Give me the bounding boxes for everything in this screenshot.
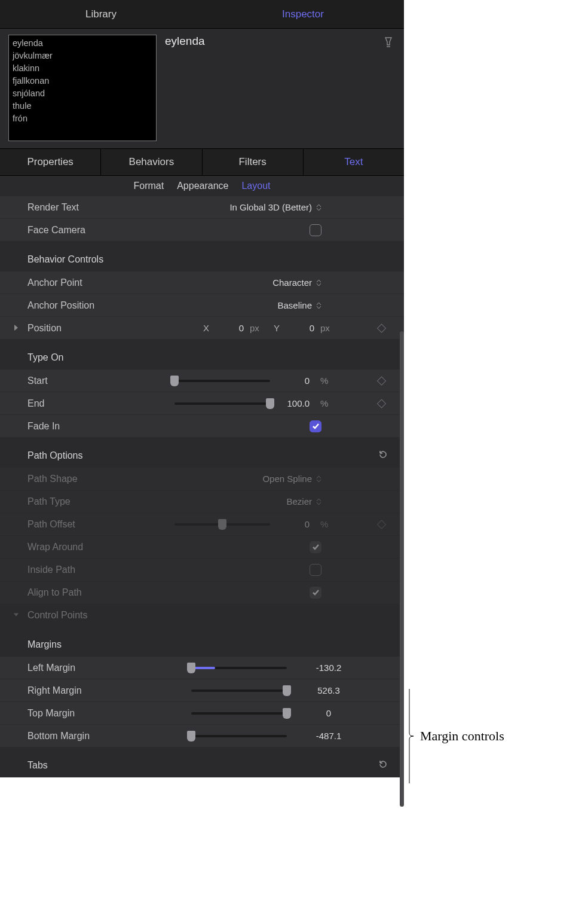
start-unit: %: [320, 376, 333, 386]
path-shape-label: Path Shape: [27, 474, 123, 484]
disclosure-down-icon: [13, 611, 19, 620]
row-top-margin: Top Margin 0: [0, 702, 404, 725]
row-path-offset: Path Offset 0 %: [0, 513, 404, 536]
preview-line: jövkulmær: [13, 50, 152, 62]
pos-x-value[interactable]: 0: [215, 323, 244, 333]
row-left-margin: Left Margin -130.2: [0, 657, 404, 679]
row-anchor-position: Anchor Position Baseline: [0, 294, 404, 317]
path-offset-slider: [174, 523, 270, 526]
mode-format[interactable]: Format: [133, 181, 164, 191]
left-margin-slider[interactable]: [191, 667, 287, 669]
row-end: End 100.0 %: [0, 392, 404, 415]
stepper-icon: [316, 204, 321, 211]
tab-library[interactable]: Library: [0, 0, 202, 28]
left-margin-label: Left Margin: [27, 663, 123, 673]
path-offset-value: 0: [281, 519, 310, 529]
top-margin-value[interactable]: 0: [305, 708, 353, 718]
right-margin-value[interactable]: 526.3: [305, 685, 353, 695]
preview-line: klakinn: [13, 62, 152, 75]
render-text-value: In Global 3D (Better): [229, 202, 312, 212]
start-slider[interactable]: [174, 380, 270, 382]
end-slider[interactable]: [174, 402, 270, 405]
row-position: Position X 0 px Y 0 px: [0, 317, 404, 340]
bottom-margin-label: Bottom Margin: [27, 731, 123, 742]
end-value[interactable]: 100.0: [281, 398, 310, 408]
fade-in-label: Fade In: [27, 421, 123, 432]
row-render-text: Render Text In Global 3D (Better): [0, 196, 404, 219]
render-text-label: Render Text: [27, 202, 123, 213]
control-points-label: Control Points: [27, 610, 123, 621]
path-offset-label: Path Offset: [27, 519, 123, 530]
header: eylenda jövkulmær klakinn fjallkonan snj…: [0, 29, 404, 148]
pos-y-unit: px: [320, 323, 333, 333]
subtab-text[interactable]: Text: [304, 149, 404, 175]
inside-path-checkbox: [310, 564, 321, 576]
subtab-properties[interactable]: Properties: [0, 149, 101, 175]
section-path-options: Path Options: [0, 444, 404, 468]
inspector-panel: Library Inspector eylenda jövkulmær klak…: [0, 0, 404, 777]
pos-y-label: Y: [274, 323, 280, 333]
preview-line: frón: [13, 112, 152, 125]
stepper-icon: [316, 279, 321, 286]
bottom-margin-slider[interactable]: [191, 735, 287, 737]
sub-tabs: Properties Behaviors Filters Text: [0, 148, 404, 176]
section-behavior-controls: Behavior Controls: [0, 248, 404, 271]
mode-appearance[interactable]: Appearance: [177, 181, 228, 191]
anchor-position-dropdown[interactable]: Baseline: [277, 300, 321, 310]
right-margin-label: Right Margin: [27, 685, 123, 696]
align-to-path-label: Align to Path: [27, 587, 123, 598]
end-unit: %: [320, 398, 333, 408]
start-label: Start: [27, 376, 123, 386]
subtab-filters[interactable]: Filters: [203, 149, 304, 175]
anchor-point-dropdown[interactable]: Character: [272, 277, 321, 288]
pin-icon[interactable]: [384, 35, 396, 142]
path-type-label: Path Type: [27, 496, 123, 507]
preview-line: thule: [13, 100, 152, 112]
tab-inspector[interactable]: Inspector: [202, 0, 404, 28]
row-control-points: Control Points: [0, 604, 404, 627]
disclosure-right-icon[interactable]: [13, 324, 19, 333]
row-fade-in: Fade In: [0, 415, 404, 438]
row-anchor-point: Anchor Point Character: [0, 271, 404, 294]
align-to-path-checkbox: [310, 587, 321, 599]
start-value[interactable]: 0: [281, 376, 310, 386]
preview-line: eylenda: [13, 37, 152, 50]
pos-x-unit: px: [250, 323, 263, 333]
section-type-on: Type On: [0, 346, 404, 370]
callout-bracket: [409, 689, 418, 783]
right-margin-slider[interactable]: [191, 689, 287, 692]
path-options-label: Path Options: [27, 450, 83, 461]
stepper-icon: [316, 475, 321, 483]
left-margin-value[interactable]: -130.2: [305, 663, 353, 673]
preview-line: snjóland: [13, 87, 152, 100]
pos-x-label: X: [203, 323, 209, 333]
top-tabs: Library Inspector: [0, 0, 404, 29]
fade-in-checkbox[interactable]: [310, 420, 321, 432]
wrap-around-label: Wrap Around: [27, 542, 123, 553]
top-margin-slider[interactable]: [191, 712, 287, 715]
end-label: End: [27, 398, 123, 409]
face-camera-checkbox[interactable]: [310, 224, 321, 236]
preview-thumbnail: eylenda jövkulmær klakinn fjallkonan snj…: [8, 35, 157, 141]
path-type-value: Bezier: [286, 496, 312, 507]
section-tabs: Tabs: [0, 753, 404, 777]
mode-layout[interactable]: Layout: [241, 181, 270, 191]
row-inside-path: Inside Path: [0, 559, 404, 581]
pos-y-value[interactable]: 0: [286, 323, 314, 333]
bottom-margin-value[interactable]: -487.1: [305, 731, 353, 741]
scrollbar[interactable]: [400, 331, 404, 807]
anchor-position-label: Anchor Position: [27, 300, 123, 311]
row-start: Start 0 %: [0, 370, 404, 392]
top-margin-label: Top Margin: [27, 708, 123, 719]
anchor-position-value: Baseline: [277, 300, 312, 310]
reset-icon[interactable]: [378, 449, 388, 462]
render-text-dropdown[interactable]: In Global 3D (Better): [229, 202, 321, 212]
subtab-behaviors[interactable]: Behaviors: [101, 149, 202, 175]
section-margins: Margins: [0, 633, 404, 657]
row-bottom-margin: Bottom Margin -487.1: [0, 725, 404, 748]
reset-icon[interactable]: [378, 759, 388, 772]
row-right-margin: Right Margin 526.3: [0, 679, 404, 702]
path-type-dropdown: Bezier: [286, 496, 321, 507]
path-shape-dropdown: Open Spline: [262, 474, 321, 484]
row-wrap-around: Wrap Around: [0, 536, 404, 559]
